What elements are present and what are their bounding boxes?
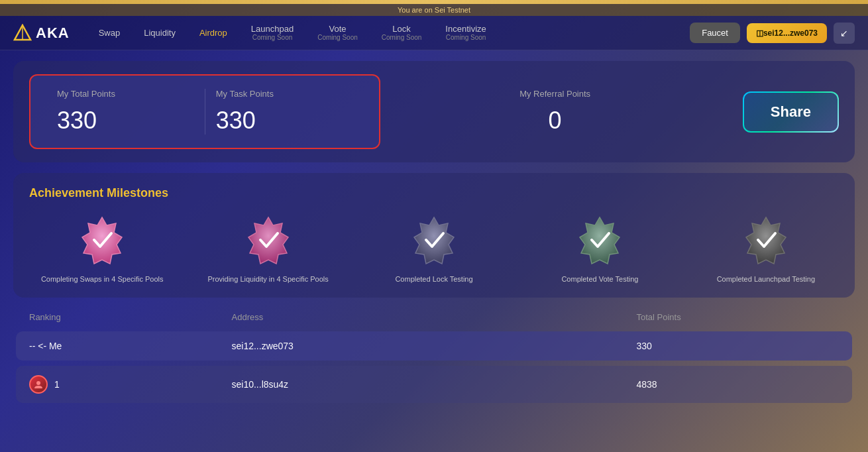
testnet-notice: You are on Sei Testnet (0, 4, 868, 16)
highlighted-points-box: My Total Points 330 My Task Points 330 (29, 74, 380, 149)
pts-me: 330 (637, 341, 840, 351)
logo-icon (13, 24, 32, 42)
referral-label: My Referral Points (396, 89, 713, 99)
points-card: My Total Points 330 My Task Points 330 M… (13, 61, 855, 162)
addr-1: sei10...l8su4z (232, 379, 637, 390)
badge-swaps-label: Completing Swaps in 4 Specific Pools (41, 274, 164, 284)
header-address: Address (232, 312, 637, 322)
header-ranking: Ranking (29, 312, 232, 322)
referral-value: 0 (396, 107, 713, 135)
nav-swap[interactable]: Swap (89, 24, 130, 42)
badge-lock-label: Completed Lock Testing (395, 274, 472, 284)
pts-1: 4838 (637, 379, 840, 390)
badge-vote: Completed Vote Testing (527, 213, 673, 284)
leaderboard-row-me: -- <- Me sei12...zwe073 330 (16, 331, 852, 361)
total-points-label: My Total Points (57, 89, 194, 99)
referral-section: My Referral Points 0 (380, 81, 729, 142)
header-points: Total Points (637, 312, 840, 322)
leaderboard-section: Ranking Address Total Points -- <- Me se… (13, 308, 855, 403)
nav-items: Swap Liquidity Airdrop Launchpad Coming … (89, 20, 690, 46)
total-points-box: My Total Points 330 (46, 84, 205, 140)
task-points-box: My Task Points 330 (205, 84, 364, 140)
navbar: AKA Swap Liquidity Airdrop Launchpad Com… (0, 16, 868, 50)
nav-launchpad[interactable]: Launchpad Coming Soon (242, 20, 303, 46)
rank1-avatar (29, 375, 48, 394)
share-button[interactable]: Share (743, 91, 839, 133)
rank-me: -- <- Me (29, 341, 232, 351)
nav-airdrop[interactable]: Airdrop (190, 24, 237, 42)
badge-launchpad-label: Completed Launchpad Testing (717, 274, 815, 284)
badge-liquidity-icon (242, 213, 295, 266)
badge-lock-icon (407, 213, 461, 266)
badge-launchpad-icon (739, 213, 792, 266)
nav-liquidity[interactable]: Liquidity (135, 24, 185, 42)
badge-vote-icon (573, 213, 626, 266)
nav-lock[interactable]: Lock Coming Soon (372, 20, 431, 46)
rank-1: 1 (29, 375, 232, 394)
badge-lock: Completed Lock Testing (361, 213, 507, 284)
leaderboard-row-1: 1 sei10...l8su4z 4838 (16, 366, 852, 403)
achievement-title: Achievement Milestones (29, 186, 839, 200)
badge-launchpad: Completed Launchpad Testing (693, 213, 839, 284)
logo-text: AKA (36, 25, 70, 42)
addr-me: sei12...zwe073 (232, 341, 637, 351)
nav-right: Faucet ◫sei12...zwe073 ↙ (690, 23, 855, 44)
task-points-value: 330 (216, 107, 353, 135)
faucet-button[interactable]: Faucet (690, 23, 740, 43)
task-points-label: My Task Points (216, 89, 353, 99)
logo: AKA (13, 24, 70, 42)
total-points-value: 330 (57, 107, 194, 135)
achievement-section: Achievement Milestones Completing Swaps … (13, 173, 855, 298)
badge-swaps: Completing Swaps in 4 Specific Pools (29, 213, 175, 284)
badge-vote-label: Completed Vote Testing (561, 274, 638, 284)
nav-incentivize[interactable]: Incentivize Coming Soon (436, 20, 495, 46)
wallet-button[interactable]: ◫sei12...zwe073 (747, 23, 827, 43)
badge-liquidity: Providing Liquidity in 4 Specific Pools (195, 213, 341, 284)
badge-swaps-icon (76, 213, 129, 266)
leaderboard-header: Ranking Address Total Points (16, 308, 852, 326)
svg-point-2 (36, 381, 40, 385)
badge-liquidity-label: Providing Liquidity in 4 Specific Pools (208, 274, 329, 284)
nav-vote[interactable]: Vote Coming Soon (308, 20, 367, 46)
main-content: My Total Points 330 My Task Points 330 M… (0, 50, 868, 419)
badges-row: Completing Swaps in 4 Specific Pools Pro… (29, 213, 839, 284)
expand-button[interactable]: ↙ (834, 23, 855, 44)
